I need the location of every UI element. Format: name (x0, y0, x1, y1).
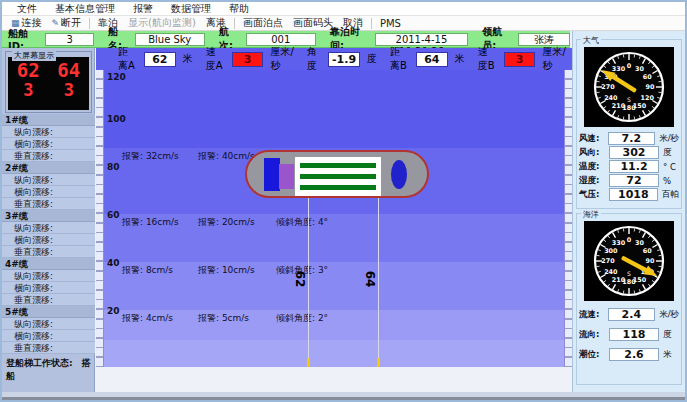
display-speed-row: 33 (8, 81, 89, 100)
svg-text:S: S (627, 270, 631, 277)
atmosphere-row-0: 风速:7.2米/秒 (579, 132, 679, 145)
svg-text:60: 60 (643, 73, 652, 81)
menu-item-0[interactable]: 文件 (8, 2, 46, 16)
cable-drift-item: 横向漂移: (2, 138, 95, 150)
ocean-unit-2: 米 (663, 349, 672, 361)
big-display-title: 大屏幕显示 (12, 50, 56, 61)
measure-unit-4: 厘米/秒 (542, 45, 566, 73)
big-display-groupbox: 大屏幕显示 626433 (5, 51, 92, 113)
cable-drift-item: 纵向漂移: (2, 126, 95, 138)
right-ruler (564, 70, 572, 367)
alarm-threshold-b: 报警: 20cm/s (198, 216, 255, 229)
display-speed-value: 3 (23, 81, 33, 100)
atmosphere-group-title: 大气 (581, 35, 601, 46)
right-panel: 大气 0306090120150180210240270300330S 风速:7… (572, 31, 685, 392)
berthing-plot: 12010080604020 报警: 32cm/s报警: 40cm/s倾斜角度:… (96, 70, 572, 367)
info-value-3[interactable]: 2011-4-15 10:30:36 (375, 33, 469, 46)
atmosphere-readings: 风速:7.2米/秒风向:302度温度:11.2° C湿度:72%气压:1018百… (579, 132, 679, 202)
display-distance-row: 6264 (8, 60, 89, 81)
axis-tick-100: 100 (107, 114, 126, 124)
left-panel: 大屏幕显示 626433 1#缆纵向漂移:横向漂移:垂直漂移:2#缆纵向漂移:横… (2, 48, 95, 392)
svg-text:0: 0 (627, 62, 632, 70)
display-distance-value: 62 (17, 60, 40, 81)
measure-label-1: 速度A (206, 45, 225, 73)
ocean-group-title: 海洋 (581, 209, 601, 220)
mooring-line-1 (378, 198, 379, 367)
atmosphere-label-4: 气压: (579, 189, 609, 201)
info-value-4[interactable]: 张涛 (518, 33, 570, 46)
alarm-threshold-b: 报警: 10cm/s (198, 264, 255, 277)
ocean-row-0: 流速:2.4米/秒 (579, 308, 679, 321)
mooring-line-0 (308, 198, 309, 367)
ocean-row-1: 流向:118度 (579, 328, 679, 341)
ocean-readings: 流速:2.4米/秒流向:118度潮位:2.6米 (579, 308, 679, 368)
svg-text:210: 210 (612, 276, 626, 284)
svg-text:90: 90 (646, 83, 655, 91)
measure-label-0: 距离A (118, 45, 137, 73)
gangway-status-label: 登船梯工作状态: (6, 358, 73, 368)
cable-drift-item: 垂直漂移: (2, 198, 95, 210)
measure-unit-0: 米 (183, 52, 193, 66)
distance-band-0 (104, 70, 564, 148)
app-window: 文件基本信息管理报警数据管理帮助 ▦连接✎断开靠泊显示(航向监测)离港画面泊点画… (0, 0, 687, 402)
axis-tick-120: 120 (107, 72, 126, 82)
mooring-line-distance-label: 64 (363, 271, 377, 288)
cable-group-header-5: 5#缆 (2, 306, 95, 318)
cable-drift-item: 垂直漂移: (2, 294, 95, 306)
atmosphere-label-3: 湿度: (579, 175, 609, 187)
cable-drift-item: 垂直漂移: (2, 150, 95, 162)
cable-group-header-4: 4#缆 (2, 258, 95, 270)
svg-text:270: 270 (601, 83, 615, 91)
cable-drift-item: 横向漂移: (2, 186, 95, 198)
mooring-anchor-arrow-icon (372, 358, 384, 367)
svg-text:240: 240 (604, 94, 618, 102)
measure-value-2: -1.9 (328, 52, 360, 67)
mooring-anchor-arrow-icon (302, 358, 314, 367)
display-distance-value: 64 (57, 60, 80, 81)
alarm-threshold-a: 报警: 16cm/s (122, 216, 179, 229)
svg-text:300: 300 (604, 247, 618, 255)
measure-value-1: 3 (232, 52, 264, 67)
ocean-unit-1: 度 (663, 329, 672, 341)
mooring-line-distance-label: 62 (293, 271, 307, 288)
alarm-threshold-b: 报警: 5cm/s (198, 312, 249, 325)
display-speed-value: 3 (64, 81, 74, 100)
ocean-group: 海洋 0306090120150180210240270300330S 流速:2… (576, 213, 682, 385)
cable-group-header-3: 3#缆 (2, 210, 95, 222)
menu-item-4[interactable]: 帮助 (220, 2, 258, 16)
measure-bar: 距离A62米速度A3厘米/秒角度-1.9度距离B64米速度B3厘米/秒 (96, 48, 572, 70)
atmosphere-label-1: 风向: (579, 147, 609, 159)
svg-text:270: 270 (601, 257, 615, 265)
cable-group-header-1: 1#缆 (2, 114, 95, 126)
measure-value-4: 3 (504, 52, 536, 67)
left-ruler (96, 70, 104, 367)
atmosphere-row-4: 气压:1018百帕 (579, 188, 679, 201)
alarm-threshold-a: 报警: 32cm/s (122, 150, 179, 163)
info-value-1[interactable]: Blue Sky (135, 33, 205, 46)
distance-band-5 (104, 340, 564, 367)
menu-item-3[interactable]: 数据管理 (162, 2, 220, 16)
measure-unit-3: 米 (455, 52, 465, 66)
menu-item-2[interactable]: 报警 (124, 2, 162, 16)
arrow-stem (307, 358, 310, 367)
svg-text:60: 60 (643, 247, 652, 255)
measure-unit-1: 厘米/秒 (270, 45, 294, 73)
menu-item-1[interactable]: 基本信息管理 (46, 2, 124, 16)
gangway-status: 登船梯工作状态: 搭船 (2, 354, 95, 370)
cable-drift-item: 纵向漂移: (2, 318, 95, 330)
atmosphere-value-3: 72 (609, 174, 659, 187)
big-display-screen: 626433 (8, 57, 89, 110)
ocean-value-2: 2.6 (609, 348, 659, 361)
info-value-2[interactable]: 001 (246, 33, 316, 46)
info-value-0[interactable]: 3 (45, 33, 94, 46)
atmosphere-unit-0: 米/秒 (659, 133, 679, 145)
atmosphere-group: 大气 0306090120150180210240270300330S 风速:7… (576, 39, 682, 209)
tilt-angle-threshold: 倾斜角度: 2° (276, 312, 328, 325)
ocean-unit-0: 米/秒 (659, 309, 679, 321)
alarm-threshold-a: 报警: 4cm/s (122, 312, 173, 325)
ocean-value-0: 2.4 (608, 308, 656, 321)
current-direction-gauge: 0306090120150180210240270300330S (584, 221, 674, 301)
ocean-label-0: 流速: (579, 309, 608, 321)
cable-drift-item: 纵向漂移: (2, 270, 95, 282)
cable-group-header-2: 2#缆 (2, 162, 95, 174)
